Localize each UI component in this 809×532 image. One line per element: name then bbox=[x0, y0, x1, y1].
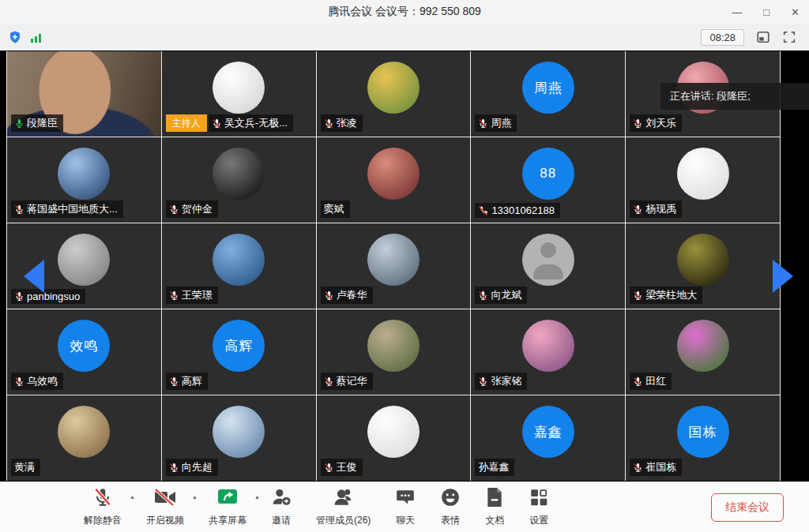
fullscreen-icon[interactable] bbox=[782, 30, 796, 44]
mic-options-caret-icon[interactable]: ▲ bbox=[130, 494, 135, 500]
start-video-label: 开启视频 bbox=[146, 514, 184, 527]
start-video-button[interactable]: 开启视频 ▲ bbox=[146, 487, 184, 527]
participant-name-box: 吴文兵-无极... bbox=[209, 114, 293, 132]
participant-name-box: 田红 bbox=[630, 373, 672, 390]
tile-label-row: 王荣璟 bbox=[166, 287, 218, 304]
participant-name: 王俊 bbox=[337, 460, 357, 474]
maximize-icon[interactable]: □ bbox=[763, 7, 769, 17]
unmute-button[interactable]: 解除静音 ▲ bbox=[84, 487, 122, 527]
participant-name-box: 乌效鸣 bbox=[11, 373, 63, 390]
manage-members-button[interactable]: 管理成员(26) bbox=[316, 487, 371, 527]
participant-tile[interactable]: 黄满 bbox=[7, 395, 161, 481]
photo-avatar bbox=[677, 148, 729, 200]
photo-avatar bbox=[367, 320, 420, 372]
participant-tile[interactable]: 蔡记华 bbox=[317, 309, 471, 395]
members-icon bbox=[333, 487, 355, 511]
photo-avatar bbox=[367, 406, 420, 458]
participant-name-box: 孙嘉鑫 bbox=[475, 459, 514, 476]
participant-tile[interactable]: 国栋崔国栋 bbox=[626, 395, 780, 481]
participant-tile[interactable]: 向龙斌 bbox=[471, 223, 625, 309]
participant-name: 梁荣柱地大 bbox=[645, 288, 697, 302]
chat-button[interactable]: 聊天 bbox=[395, 487, 416, 527]
tile-label-row: 乌效鸣 bbox=[11, 373, 63, 390]
next-page-arrow-icon[interactable] bbox=[773, 260, 793, 293]
close-icon[interactable]: ✕ bbox=[791, 7, 800, 17]
video-options-caret-icon[interactable]: ▲ bbox=[192, 494, 198, 500]
participant-tile[interactable]: 周燕周燕 bbox=[471, 51, 625, 137]
initials-avatar: 周燕 bbox=[522, 62, 574, 114]
participant-tile[interactable]: 张凌 bbox=[317, 51, 471, 137]
participant-tile[interactable]: 梁荣柱地大 bbox=[626, 223, 780, 309]
documents-button[interactable]: 文档 bbox=[485, 487, 504, 527]
participant-tile[interactable]: 向先超 bbox=[162, 395, 316, 481]
invite-button[interactable]: 邀请 bbox=[271, 487, 292, 527]
participant-grid: 段隆臣主持人吴文兵-无极...张凌周燕周燕刘天乐蒋国盛中国地质大...贺仲金窦斌… bbox=[6, 51, 781, 481]
participant-tile[interactable]: 窦斌 bbox=[317, 137, 471, 223]
host-badge: 主持人 bbox=[166, 114, 207, 132]
participant-tile[interactable]: 王俊 bbox=[317, 395, 471, 481]
participant-tile[interactable]: 嘉鑫孙嘉鑫 bbox=[471, 395, 625, 481]
participant-name-box: 杨现禹 bbox=[630, 200, 682, 218]
settings-button[interactable]: 设置 bbox=[529, 487, 549, 527]
participant-name: 段隆臣 bbox=[27, 116, 58, 130]
mic-muted-icon bbox=[633, 463, 643, 473]
settings-icon bbox=[529, 487, 549, 511]
prev-page-arrow-icon[interactable] bbox=[24, 260, 44, 293]
tile-label-row: 蔡记华 bbox=[321, 373, 373, 390]
tile-label-row: 王俊 bbox=[321, 459, 363, 476]
photo-avatar bbox=[213, 62, 265, 114]
tile-label-row: 张凌 bbox=[321, 114, 363, 132]
participant-tile[interactable]: 杨现禹 bbox=[626, 137, 780, 223]
mic-muted-icon bbox=[324, 290, 334, 301]
minimize-icon[interactable]: — bbox=[732, 7, 742, 17]
default-person-avatar bbox=[522, 234, 574, 286]
tile-label-row: 向龙斌 bbox=[475, 287, 527, 304]
top-toolbar: 08:28 bbox=[0, 24, 809, 51]
participant-tile[interactable]: 卢春华 bbox=[317, 223, 471, 309]
initials-avatar: 效鸣 bbox=[58, 320, 110, 372]
mic-muted-icon bbox=[14, 204, 24, 215]
shield-plus-icon[interactable] bbox=[8, 30, 22, 44]
participant-name-box: 王荣璟 bbox=[166, 287, 218, 304]
participant-tile[interactable]: 张家铭 bbox=[471, 309, 625, 395]
participant-name-box: 窦斌 bbox=[321, 200, 350, 218]
participant-tile[interactable]: 贺仲金 bbox=[162, 137, 316, 223]
participant-tile[interactable]: 8813301062188 bbox=[471, 137, 625, 223]
participant-tile[interactable]: 高辉高辉 bbox=[162, 309, 316, 395]
photo-avatar bbox=[58, 406, 110, 458]
mic-muted-icon bbox=[169, 290, 179, 301]
emoji-button[interactable]: 表情 bbox=[440, 487, 461, 527]
participant-name: 孙嘉鑫 bbox=[478, 460, 509, 474]
layout-pip-icon[interactable] bbox=[756, 30, 770, 44]
end-meeting-button[interactable]: 结束会议 bbox=[711, 493, 784, 522]
invite-label: 邀请 bbox=[272, 514, 291, 527]
participant-tile[interactable]: 主持人吴文兵-无极... bbox=[162, 51, 316, 137]
mic-muted-icon bbox=[478, 290, 488, 301]
participant-name-box: 13301062188 bbox=[475, 203, 560, 218]
participant-name: 向先超 bbox=[182, 460, 213, 474]
mic-muted-icon bbox=[324, 377, 334, 387]
share-screen-button[interactable]: 共享屏幕 ▲ bbox=[209, 487, 246, 527]
participant-tile[interactable]: 段隆臣 bbox=[7, 51, 161, 137]
participant-name-box: 向龙斌 bbox=[475, 287, 527, 304]
participant-name-box: panbingsuo bbox=[11, 289, 85, 304]
participant-name-box: 黄满 bbox=[11, 459, 40, 476]
participant-tile[interactable]: 王荣璟 bbox=[162, 223, 316, 309]
share-options-caret-icon[interactable]: ▲ bbox=[254, 494, 260, 500]
camera-off-icon bbox=[154, 487, 176, 511]
unmute-label: 解除静音 bbox=[84, 514, 122, 527]
mic-muted-icon bbox=[633, 204, 643, 215]
chat-icon bbox=[395, 487, 416, 511]
initials-avatar: 高辉 bbox=[213, 320, 265, 372]
participant-name: 乌效鸣 bbox=[27, 374, 58, 388]
participant-tile[interactable]: 效鸣乌效鸣 bbox=[7, 309, 161, 395]
tile-label-row: 孙嘉鑫 bbox=[475, 459, 514, 476]
tile-label-row: 向先超 bbox=[166, 459, 218, 476]
silhouette-head bbox=[540, 242, 556, 258]
participant-tile[interactable]: 田红 bbox=[626, 309, 780, 395]
mic-muted-icon bbox=[324, 118, 334, 129]
tile-label-row: 黄满 bbox=[11, 459, 40, 476]
network-signal-icon[interactable] bbox=[30, 31, 44, 43]
tile-label-row: 刘天乐 bbox=[630, 114, 682, 132]
participant-tile[interactable]: 蒋国盛中国地质大... bbox=[7, 137, 161, 223]
